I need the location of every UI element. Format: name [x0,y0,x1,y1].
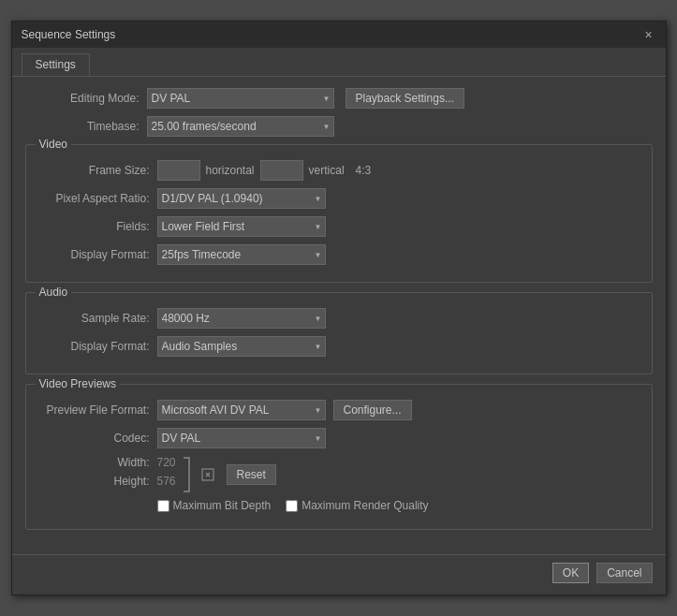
audio-display-format-label: Display Format: [36,340,157,353]
tab-settings[interactable]: Settings [22,53,90,76]
editing-mode-row: Editing Mode: DV PAL Playback Settings..… [25,88,653,109]
height-value: 576 [157,475,176,488]
max-bit-depth-label: Maximum Bit Depth [173,499,272,512]
timebase-select-wrap: 25.00 frames/second [147,116,334,137]
codec-select-wrap: DV PAL [157,428,326,448]
pixel-aspect-ratio-select-wrap: D1/DV PAL (1.0940) [157,188,326,209]
preview-file-format-row: Preview File Format: Microsoft AVI DV PA… [36,400,642,420]
vertical-label: vertical [309,164,345,177]
height-label: Height: [36,475,157,488]
pixel-aspect-ratio-select[interactable]: D1/DV PAL (1.0940) [157,188,326,209]
editing-mode-select-wrap: DV PAL [147,88,334,109]
height-row: Height: 576 [36,475,176,488]
video-section-title: Video [36,138,71,151]
pixel-aspect-ratio-row: Pixel Aspect Ratio: D1/DV PAL (1.0940) [36,188,642,209]
codec-row: Codec: DV PAL [36,428,642,448]
preview-file-format-select-wrap: Microsoft AVI DV PAL [157,400,326,420]
pixel-aspect-ratio-label: Pixel Aspect Ratio: [36,192,157,205]
tab-bar: Settings [12,48,666,77]
sample-rate-select[interactable]: 48000 Hz [157,308,326,329]
sample-rate-row: Sample Rate: 48000 Hz [36,308,642,329]
audio-display-format-select-wrap: Audio Samples [157,336,326,357]
dialog-footer: OK Cancel [12,554,666,594]
width-value: 720 [157,456,176,469]
max-render-quality-checkbox[interactable] [286,500,298,512]
reset-button[interactable]: Reset [227,464,276,485]
frame-height-input[interactable]: 576 [260,160,303,181]
playback-settings-button[interactable]: Playback Settings... [346,88,464,109]
bracket-icon [182,456,197,493]
frame-width-input[interactable]: 720 [157,160,200,181]
max-bit-depth-checkbox[interactable] [157,500,169,512]
max-render-quality-label: Maximum Render Quality [302,499,428,512]
title-bar: Sequence Settings × [12,22,666,48]
video-display-format-select-wrap: 25fps Timecode [157,244,326,265]
max-render-quality-checkbox-label: Maximum Render Quality [286,499,428,512]
width-row: Width: 720 [36,456,176,469]
audio-display-format-row: Display Format: Audio Samples [36,336,642,357]
cancel-button[interactable]: Cancel [596,563,652,583]
video-display-format-row: Display Format: 25fps Timecode [36,244,642,265]
codec-label: Codec: [36,432,157,445]
sample-rate-label: Sample Rate: [36,312,157,325]
sequence-settings-dialog: Sequence Settings × Settings Editing Mod… [11,21,667,595]
link-icon [200,467,215,482]
horizontal-label: horizontal [206,164,255,177]
video-previews-section-title: Video Previews [36,377,121,390]
editing-mode-label: Editing Mode: [25,92,147,105]
sample-rate-select-wrap: 48000 Hz [157,308,326,329]
width-height-area: Width: 720 Height: 576 [36,456,642,493]
width-label: Width: [36,456,157,469]
fields-select-wrap: Lower Field First [157,216,326,237]
dialog-body: Editing Mode: DV PAL Playback Settings..… [12,77,666,550]
codec-select[interactable]: DV PAL [157,428,326,448]
checkboxes-row: Maximum Bit Depth Maximum Render Quality [36,499,642,512]
configure-button[interactable]: Configure... [333,400,412,420]
preview-file-format-label: Preview File Format: [36,403,157,417]
editing-mode-select[interactable]: DV PAL [147,88,334,109]
fields-select[interactable]: Lower Field First [157,216,326,237]
width-height-col: Width: 720 Height: 576 [36,456,176,488]
dialog-title: Sequence Settings [22,28,116,41]
close-button[interactable]: × [641,27,656,42]
video-display-format-select[interactable]: 25fps Timecode [157,244,326,265]
ok-button[interactable]: OK [552,563,589,583]
frame-size-label: Frame Size: [36,164,157,177]
audio-section: Audio Sample Rate: 48000 Hz Display Form… [25,292,653,374]
fields-label: Fields: [36,220,157,233]
max-bit-depth-checkbox-label: Maximum Bit Depth [157,499,272,512]
aspect-ratio-label: 4:3 [356,164,372,177]
frame-size-row: Frame Size: 720 horizontal 576 vertical … [36,160,642,181]
audio-display-format-select[interactable]: Audio Samples [157,336,326,357]
video-display-format-label: Display Format: [36,248,157,261]
preview-file-format-select[interactable]: Microsoft AVI DV PAL [157,400,326,420]
bracket-area [182,456,215,493]
timebase-row: Timebase: 25.00 frames/second [25,116,653,137]
fields-row: Fields: Lower Field First [36,216,642,237]
video-previews-section: Video Previews Preview File Format: Micr… [25,384,653,530]
audio-section-title: Audio [36,286,72,299]
timebase-label: Timebase: [25,120,147,133]
video-section: Video Frame Size: 720 horizontal 576 ver… [25,144,653,283]
timebase-select[interactable]: 25.00 frames/second [147,116,334,137]
